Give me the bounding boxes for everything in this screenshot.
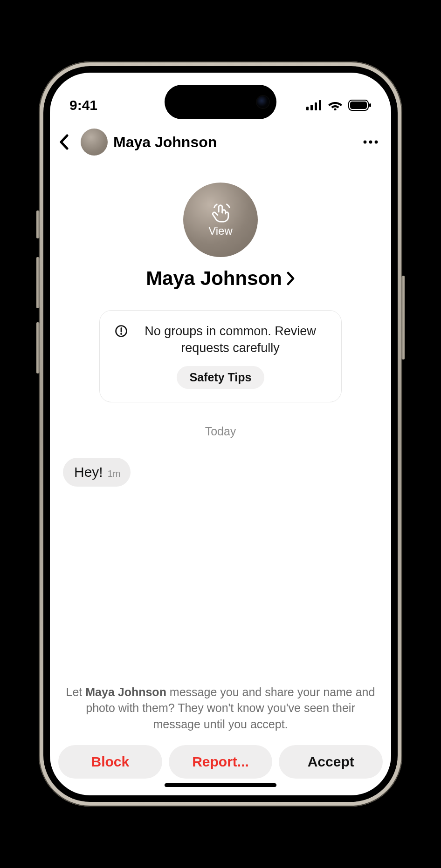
nav-title[interactable]: Maya Johnson (113, 134, 217, 151)
request-footer: Let Maya Johnson message you and share y… (50, 684, 391, 796)
avatar-large[interactable]: View (183, 183, 258, 257)
chevron-left-icon (59, 134, 69, 150)
svg-rect-1 (310, 105, 313, 110)
svg-point-4 (334, 108, 336, 110)
dynamic-island (165, 85, 276, 119)
avatar-view-label: View (208, 224, 233, 237)
message-timestamp: 1m (108, 468, 121, 479)
screen: 9:41 (50, 73, 391, 795)
side-button-silent (36, 210, 40, 238)
more-horizontal-icon (363, 140, 379, 144)
chevron-right-icon (287, 271, 295, 285)
message-bubble[interactable]: Hey! 1m (63, 458, 131, 487)
more-button[interactable] (359, 131, 382, 153)
back-button[interactable] (53, 131, 75, 153)
request-prompt: Let Maya Johnson message you and share y… (58, 684, 383, 732)
svg-rect-0 (306, 107, 309, 110)
request-text-name: Maya Johnson (85, 685, 166, 698)
safety-tips-button[interactable]: Safety Tips (177, 366, 265, 389)
report-button[interactable]: Report... (169, 745, 273, 779)
block-button[interactable]: Block (58, 745, 162, 779)
day-separator: Today (63, 425, 378, 438)
nav-header: Maya Johnson (50, 124, 391, 160)
message-row: Hey! 1m (63, 458, 378, 487)
svg-rect-2 (315, 102, 317, 110)
safety-message: No groups in common. Review requests car… (134, 323, 326, 357)
svg-rect-3 (319, 100, 321, 110)
phone-frame: 9:41 (39, 61, 402, 807)
home-indicator[interactable] (165, 783, 276, 787)
accept-button[interactable]: Accept (279, 745, 383, 779)
safety-card: No groups in common. Review requests car… (99, 310, 342, 402)
camera-lens-icon (257, 96, 269, 108)
status-time: 9:41 (69, 97, 97, 113)
request-text-prefix: Let (66, 685, 86, 698)
svg-point-9 (369, 141, 372, 144)
tap-hand-icon (210, 202, 231, 224)
message-text: Hey! (74, 464, 103, 480)
wifi-icon (328, 100, 343, 110)
svg-rect-7 (369, 103, 371, 107)
svg-point-8 (364, 141, 367, 144)
profile-name-row[interactable]: Maya Johnson (146, 267, 295, 290)
alert-circle-icon (115, 325, 128, 338)
cellular-icon (306, 100, 322, 110)
side-button-power (401, 276, 405, 359)
avatar-small[interactable] (81, 129, 108, 156)
svg-rect-6 (350, 102, 367, 109)
side-button-volume-up (36, 257, 40, 308)
battery-icon (348, 100, 372, 111)
svg-point-10 (375, 141, 378, 144)
profile-name: Maya Johnson (146, 267, 282, 290)
svg-point-13 (120, 333, 122, 335)
side-button-volume-down (36, 322, 40, 373)
